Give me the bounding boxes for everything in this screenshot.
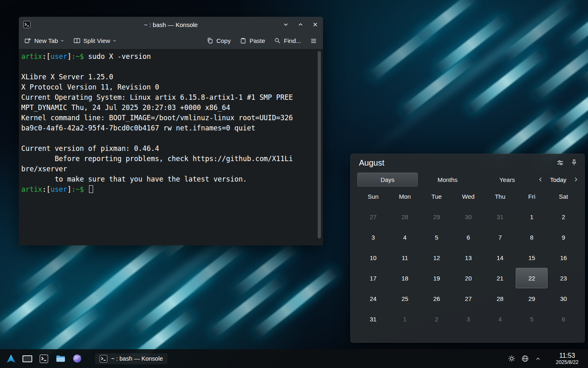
tune-icon[interactable] (557, 159, 564, 166)
calendar-day-cell[interactable]: 28 (484, 288, 516, 309)
calendar-day-cell[interactable]: 28 (389, 206, 421, 227)
calendar-day-cell[interactable]: 23 (548, 268, 579, 288)
hamburger-menu-icon (310, 37, 317, 45)
window-title: ~ : bash — Konsole (19, 21, 323, 28)
new-tab-label: New Tab (34, 37, 58, 44)
calendar-day-cell[interactable]: 27 (357, 206, 389, 227)
terminal-line (21, 133, 316, 144)
calendar-day-cell[interactable]: 24 (357, 288, 389, 309)
calendar-day-cell[interactable]: 18 (389, 268, 421, 288)
virtual-desktop-pager[interactable] (22, 355, 32, 362)
find-button[interactable]: Find... (274, 37, 301, 44)
terminal-scrollbar[interactable] (317, 50, 321, 242)
scrollbar-thumb[interactable] (318, 51, 321, 238)
calendar-day-cell[interactable]: 30 (452, 206, 484, 227)
terminal-text: ba9c0-4af6-42a2-95f4-7bcd0c0b4167 rw net… (21, 124, 255, 132)
next-month-button[interactable] (572, 177, 579, 182)
calendar-day-cell[interactable]: 25 (389, 288, 421, 309)
terminal-cursor (89, 185, 93, 193)
calendar-day-cell[interactable]: 1 (516, 206, 548, 227)
calendar-day-header: Tue (421, 190, 452, 202)
new-tab-button[interactable]: New Tab (24, 37, 65, 44)
split-view-button[interactable]: Split View (74, 37, 117, 44)
terminal-text: ] (67, 52, 71, 61)
calendar-day-cell-selected[interactable]: 22 (516, 268, 548, 288)
copy-button[interactable]: Copy (207, 37, 231, 44)
titlebar[interactable]: ~ : bash — Konsole (19, 17, 323, 32)
calendar-day-cell[interactable]: 20 (452, 268, 484, 288)
calendar-day-cell[interactable]: 10 (357, 247, 389, 268)
calendar-day-cell[interactable]: 27 (452, 288, 484, 309)
calendar-day-cell[interactable]: 29 (516, 288, 548, 309)
tray-expand-icon[interactable] (535, 356, 541, 362)
calendar-day-cell[interactable]: 6 (452, 227, 484, 247)
pin-icon[interactable] (570, 159, 578, 166)
today-button[interactable]: Today (548, 176, 568, 183)
calendar-tab-years[interactable]: Years (477, 173, 537, 186)
terminal-text: Current version of pixman: 0.46.4 (21, 144, 159, 153)
calendar-day-cell[interactable]: 19 (421, 268, 452, 288)
calendar-day-cell[interactable]: 15 (516, 247, 548, 268)
terminal-line: XLibre X Server 1.25.0 (21, 72, 316, 82)
calendar-day-cell[interactable]: 3 (357, 227, 389, 247)
chevron-down-icon (60, 38, 65, 43)
calendar-day-cell[interactable]: 14 (484, 247, 516, 268)
calendar-tab-months[interactable]: Months (418, 173, 477, 186)
konsole-launcher-icon[interactable] (38, 353, 49, 364)
minimize-button[interactable] (281, 20, 290, 29)
calendar-day-cell[interactable]: 4 (389, 227, 421, 247)
terminal-text (84, 185, 88, 193)
terminal-line (21, 62, 316, 72)
calendar-day-cell[interactable]: 9 (548, 227, 579, 247)
terminal-text: X Protocol Version 11, Revision 0 (21, 83, 159, 91)
calendar-tab-days[interactable]: Days (357, 173, 418, 186)
copy-label: Copy (216, 37, 231, 44)
app-launcher-artix-icon[interactable] (6, 353, 16, 364)
calendar-day-cell[interactable]: 13 (452, 247, 484, 268)
file-manager-icon[interactable] (55, 353, 66, 364)
calendar-tabs: DaysMonthsYears (357, 173, 537, 186)
calendar-day-cell[interactable]: 11 (389, 247, 421, 268)
calendar-day-cell[interactable]: 31 (484, 206, 516, 227)
calendar-day-cell[interactable]: 7 (484, 227, 516, 247)
calendar-day-cell[interactable]: 3 (452, 309, 484, 329)
taskbar-task-konsole[interactable]: ~ : bash — Konsole (95, 353, 167, 364)
previous-month-button[interactable] (537, 177, 544, 182)
calendar-day-cell[interactable]: 5 (421, 227, 452, 247)
calendar-day-cell[interactable]: 26 (421, 288, 452, 309)
calendar-day-cell[interactable]: 29 (421, 206, 452, 227)
calendar-day-cell[interactable]: 4 (484, 309, 516, 329)
paste-button[interactable]: Paste (240, 37, 265, 44)
calendar-day-cell[interactable]: 21 (484, 268, 516, 288)
calendar-day-cell[interactable]: 5 (516, 309, 548, 329)
calendar-day-cell[interactable]: 2 (548, 206, 579, 227)
terminal[interactable]: artix:[user]:~$ sudo X -version XLibre X… (19, 49, 323, 245)
terminal-line: MPT_DYNAMIC Thu, 24 Jul 2025 20:27:03 +0… (21, 103, 316, 113)
calendar-day-cell[interactable]: 8 (516, 227, 548, 247)
brightness-icon[interactable] (508, 355, 515, 362)
terminal-text: ] (67, 185, 71, 193)
terminal-text: bre/xserver (21, 165, 67, 173)
network-globe-icon[interactable] (521, 355, 529, 362)
calendar-day-header: Mon (389, 190, 421, 202)
paste-label: Paste (249, 37, 265, 44)
maximize-button[interactable] (296, 20, 305, 29)
calendar-day-cell[interactable]: 1 (389, 309, 421, 329)
calendar-day-cell[interactable]: 17 (357, 268, 389, 288)
dna-strand-decoration (278, 266, 340, 317)
calendar-day-cell[interactable]: 31 (357, 309, 389, 329)
terminal-line: ba9c0-4af6-42a2-95f4-7bcd0c0b4167 rw net… (21, 123, 316, 133)
terminal-text: to make sure that you have the latest ve… (21, 175, 247, 183)
browser-icon[interactable] (72, 353, 82, 364)
calendar-day-cell[interactable]: 6 (548, 309, 579, 329)
calendar-month-label: August (359, 158, 384, 168)
close-button[interactable] (311, 20, 320, 29)
calendar-day-cell[interactable]: 2 (421, 309, 452, 329)
calendar-day-cell[interactable]: 30 (548, 288, 579, 309)
konsole-window: ~ : bash — Konsole New Tab Split View (19, 17, 323, 245)
menu-button[interactable] (310, 37, 317, 45)
digital-clock[interactable]: 11:53 2025/8/22 (552, 352, 582, 366)
copy-icon (207, 37, 214, 44)
calendar-day-cell[interactable]: 16 (548, 247, 579, 268)
calendar-day-cell[interactable]: 12 (421, 247, 452, 268)
